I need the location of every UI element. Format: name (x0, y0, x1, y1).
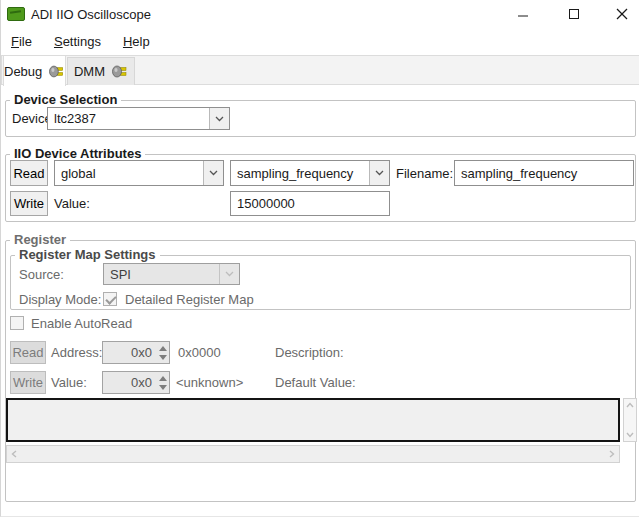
spin-down-icon[interactable] (159, 385, 167, 390)
menu-settings[interactable]: Settings (52, 32, 103, 51)
enable-autoread-checkbox[interactable] (10, 316, 24, 330)
maximize-button[interactable] (559, 4, 589, 24)
close-button[interactable] (607, 4, 637, 24)
title-bar: ADI IIO Oscilloscope (1, 0, 639, 28)
register-map-panel (6, 398, 620, 442)
detailed-register-map-checkbox[interactable] (103, 292, 117, 306)
register-read-button[interactable]: Read (10, 341, 46, 364)
attr-value-label: Value: (54, 196, 90, 211)
horizontal-scrollbar[interactable] (6, 445, 620, 463)
attr-name-combobox-value: sampling_frequency (231, 161, 369, 185)
register-map-settings-group: Register Map Settings Source: SPI Displa… (10, 255, 631, 310)
tab-dmm[interactable]: DMM (67, 57, 135, 85)
attr-write-button[interactable]: Write (10, 191, 48, 216)
attr-name-combobox[interactable]: sampling_frequency (230, 160, 390, 186)
device-label: Device (12, 111, 52, 126)
description-label: Description: (275, 345, 344, 360)
spin-down-icon[interactable] (159, 355, 167, 360)
attr-group-combobox[interactable]: global (54, 160, 224, 186)
vertical-scrollbar[interactable] (623, 398, 637, 442)
spin-up-icon[interactable] (159, 376, 167, 381)
device-combobox-value: ltc2387 (48, 108, 209, 129)
default-value-label: Default Value: (275, 375, 356, 390)
display-mode-label: Display Mode: (19, 292, 101, 307)
minimize-button[interactable] (508, 4, 538, 24)
chevron-down-icon[interactable] (209, 108, 229, 129)
tab-debug-label: Debug (4, 64, 42, 79)
address-spinbox-value: 0x0 (103, 342, 156, 363)
register-title: Register (10, 232, 70, 247)
window-title: ADI IIO Oscilloscope (31, 7, 151, 22)
plug-icon (49, 65, 65, 78)
register-write-button[interactable]: Write (10, 371, 46, 394)
address-readout: 0x0000 (178, 345, 221, 360)
chevron-down-icon[interactable] (369, 161, 389, 185)
address-label: Address: (51, 345, 102, 360)
chevron-down-icon (219, 264, 239, 284)
register-map-settings-title: Register Map Settings (15, 247, 160, 262)
tab-dmm-label: DMM (74, 64, 105, 79)
source-label: Source: (19, 267, 64, 282)
value-spinbox-value: 0x0 (103, 372, 156, 393)
chevron-down-icon[interactable] (203, 161, 223, 185)
tab-strip: Debug DMM (1, 55, 639, 85)
plug-icon (112, 65, 128, 78)
scroll-left-icon[interactable] (11, 450, 17, 458)
tab-debug[interactable]: Debug (3, 55, 66, 86)
device-selection-group: Device Selection Device ltc2387 (5, 100, 636, 137)
menu-help[interactable]: Help (121, 32, 152, 51)
close-icon (616, 8, 628, 20)
app-window: ADI IIO Oscilloscope File Settings Help … (0, 0, 639, 517)
device-selection-title: Device Selection (10, 92, 121, 107)
enable-autoread-label: Enable AutoRead (31, 316, 132, 331)
menu-file[interactable]: File (9, 32, 34, 51)
device-combobox[interactable]: ltc2387 (47, 107, 230, 130)
spin-up-icon[interactable] (159, 346, 167, 351)
scroll-right-icon[interactable] (609, 450, 615, 458)
detailed-register-map-label: Detailed Register Map (125, 292, 254, 307)
attr-read-button[interactable]: Read (10, 160, 48, 186)
maximize-icon (568, 8, 580, 20)
value-spinbox[interactable]: 0x0 (102, 371, 170, 394)
attr-group-combobox-value: global (55, 161, 203, 185)
source-combobox[interactable]: SPI (103, 263, 240, 285)
scroll-down-icon[interactable] (626, 432, 634, 438)
filename-label: Filename: (396, 166, 453, 181)
source-combobox-value: SPI (104, 264, 219, 284)
filename-input[interactable] (454, 160, 634, 186)
oscilloscope-app-icon (7, 7, 25, 21)
iio-attributes-group: IIO Device Attributes Read global sampli… (5, 154, 636, 222)
attr-value-input[interactable] (230, 191, 390, 216)
register-value-label: Value: (51, 375, 87, 390)
iio-attributes-title: IIO Device Attributes (10, 146, 145, 161)
minimize-icon (517, 8, 529, 20)
scroll-up-icon[interactable] (626, 402, 634, 408)
address-spinbox[interactable]: 0x0 (102, 341, 170, 364)
value-readout: <unknown> (176, 375, 243, 390)
register-group: Register Register Map Settings Source: S… (5, 240, 636, 502)
menu-bar: File Settings Help (1, 28, 639, 55)
